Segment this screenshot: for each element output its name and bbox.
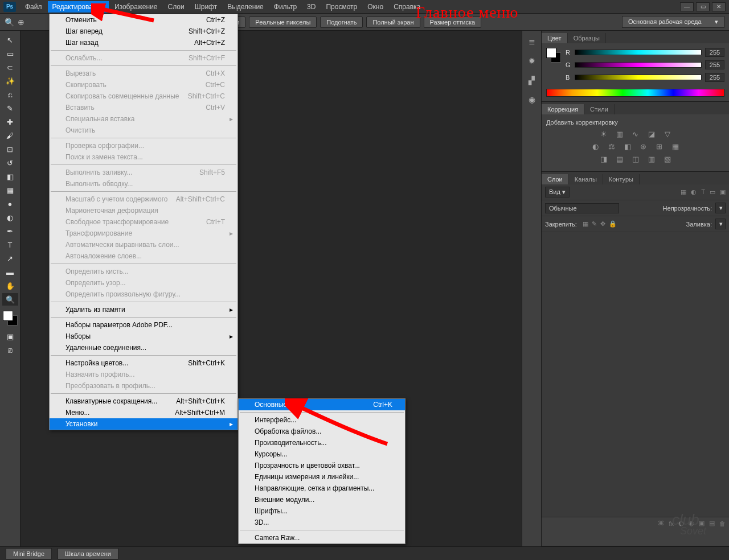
maximize-button[interactable]: ▭: [696, 2, 710, 11]
option-button[interactable]: Реальные пикселы: [249, 17, 317, 28]
screenmode-toggle[interactable]: ⎚: [2, 344, 18, 356]
minimize-button[interactable]: —: [680, 2, 694, 11]
menu-item[interactable]: Производительность...: [239, 437, 405, 448]
map-icon[interactable]: ▥: [646, 154, 657, 163]
menu-окно[interactable]: Окно: [363, 1, 388, 13]
tab-swatches[interactable]: Образцы: [568, 33, 606, 43]
marquee-tool[interactable]: ▭: [2, 47, 18, 60]
menu-item[interactable]: Клавиатурные сокращения...Alt+Shift+Ctrl…: [50, 396, 237, 407]
menu-item[interactable]: ОтменитьCtrl+Z: [50, 14, 237, 26]
green-value[interactable]: 255: [705, 60, 724, 69]
menu-шрифт[interactable]: Шрифт: [190, 1, 222, 13]
vibrance-icon[interactable]: ▽: [662, 129, 673, 138]
gradient-tool[interactable]: ▦: [2, 184, 18, 196]
tab-color[interactable]: Цвет: [542, 33, 568, 43]
history-brush-tool[interactable]: ↺: [2, 157, 18, 169]
type-tool[interactable]: T: [2, 238, 18, 251]
curves-icon[interactable]: ∿: [630, 129, 641, 138]
timeline-tab[interactable]: Шкала времени: [58, 548, 118, 559]
blur-tool[interactable]: ●: [2, 197, 18, 210]
bw-icon[interactable]: ◧: [622, 142, 633, 151]
shape-tool[interactable]: ▬: [2, 266, 18, 278]
blend-mode-dropdown[interactable]: Обычные: [545, 203, 619, 213]
dodge-tool[interactable]: ◐: [2, 211, 18, 224]
exposure-icon[interactable]: ◪: [646, 129, 657, 138]
quickmask-toggle[interactable]: ▣: [2, 330, 18, 343]
filter-adjust-icon[interactable]: ◐: [691, 188, 697, 196]
new-layer-icon[interactable]: ▤: [709, 520, 715, 527]
hue-icon[interactable]: ◐: [591, 142, 601, 151]
heal-tool[interactable]: ✚: [2, 116, 18, 128]
new-fill-icon[interactable]: ◉: [689, 520, 694, 527]
menu-item[interactable]: Camera Raw...: [239, 532, 405, 543]
menu-item[interactable]: 3D...: [239, 517, 405, 528]
eyedropper-tool[interactable]: ✎: [2, 102, 18, 114]
menu-item[interactable]: Направляющие, сетка и фрагменты...: [239, 483, 405, 494]
threshold-icon[interactable]: ◫: [630, 154, 641, 163]
lasso-tool[interactable]: ⊂: [2, 61, 18, 73]
delete-layer-icon[interactable]: 🗑: [719, 520, 726, 527]
menu-item[interactable]: Установки▸: [50, 418, 237, 430]
menu-item[interactable]: Наборы▸: [50, 331, 237, 342]
menu-слои[interactable]: Слои: [163, 1, 189, 13]
menu-файл[interactable]: Файл: [21, 1, 47, 13]
blue-value[interactable]: 255: [705, 73, 724, 82]
photo-filter-icon[interactable]: ⊛: [638, 142, 649, 151]
tab-adjustments[interactable]: Коррекция: [542, 104, 584, 114]
menu-item[interactable]: Прозрачность и цветовой охват...: [239, 460, 405, 471]
filter-pixel-icon[interactable]: ▦: [681, 188, 686, 196]
hand-tool[interactable]: ✋: [2, 279, 18, 292]
green-slider[interactable]: [575, 62, 702, 68]
menu-редактирование[interactable]: Редактирование: [48, 1, 109, 13]
menu-item[interactable]: Шрифты...: [239, 505, 405, 517]
layer-kind-filter[interactable]: Вид ▾: [545, 187, 570, 197]
zoom-tool[interactable]: 🔍: [2, 293, 18, 306]
lock-all-icon[interactable]: 🔒: [609, 220, 617, 228]
filter-smart-icon[interactable]: ▣: [720, 188, 726, 196]
menu-справка[interactable]: Справка: [389, 1, 425, 13]
tab-channels[interactable]: Каналы: [569, 174, 603, 184]
link-layers-icon[interactable]: ⌘: [658, 520, 664, 527]
tab-paths[interactable]: Контуры: [603, 174, 640, 184]
menu-item[interactable]: Удаленные соединения...: [50, 342, 237, 353]
option-button[interactable]: Подогнать: [320, 17, 363, 28]
menu-item[interactable]: Внешние модули...: [239, 494, 405, 505]
menu-item[interactable]: Курсоры...: [239, 448, 405, 460]
menu-item[interactable]: Единицы измерения и линейки...: [239, 471, 405, 483]
crop-tool[interactable]: ⎌: [2, 88, 18, 101]
filter-type-icon[interactable]: T: [701, 188, 705, 196]
menu-выделение[interactable]: Выделение: [223, 1, 268, 13]
menu-3d[interactable]: 3D: [302, 1, 320, 13]
color-swatch[interactable]: [3, 311, 18, 326]
zoom-tool-icon[interactable]: 🔍: [5, 18, 14, 27]
posterize-icon[interactable]: ▤: [615, 154, 625, 163]
move-tool[interactable]: ↖: [2, 34, 18, 46]
fill-value[interactable]: ▾: [715, 219, 726, 229]
invert-icon[interactable]: ◨: [599, 154, 609, 163]
panel-color-swatch[interactable]: [546, 48, 561, 63]
menu-item[interactable]: Шаг впередShift+Ctrl+Z: [50, 26, 237, 37]
red-value[interactable]: 255: [705, 48, 724, 57]
menu-item[interactable]: Наборы параметров Adobe PDF...: [50, 319, 237, 331]
opacity-value[interactable]: ▾: [715, 203, 726, 213]
option-button[interactable]: Размер оттиска: [424, 17, 482, 28]
levels-icon[interactable]: ▥: [615, 129, 625, 138]
brightness-icon[interactable]: ☀: [599, 129, 609, 138]
menu-фильтр[interactable]: Фильтр: [269, 1, 301, 13]
menu-item[interactable]: Шаг назадAlt+Ctrl+Z: [50, 37, 237, 48]
workspace-dropdown[interactable]: Основная рабочая среда ▾: [622, 16, 724, 28]
path-tool[interactable]: ↗: [2, 252, 18, 265]
close-button[interactable]: ✕: [712, 2, 726, 11]
selective-icon[interactable]: ▧: [662, 154, 673, 163]
layer-mask-icon[interactable]: ◐: [678, 520, 684, 527]
lock-paint-icon[interactable]: ✎: [592, 220, 597, 228]
histogram-panel-icon[interactable]: ▞: [526, 74, 538, 87]
menu-просмотр[interactable]: Просмотр: [321, 1, 362, 13]
history-panel-icon[interactable]: ≣: [526, 35, 538, 48]
stamp-tool[interactable]: ⊡: [2, 143, 18, 155]
zoom-plus-icon[interactable]: ⊕: [18, 18, 24, 27]
blue-slider[interactable]: [575, 75, 702, 80]
tab-layers[interactable]: Слои: [542, 174, 569, 184]
balance-icon[interactable]: ⚖: [607, 142, 617, 151]
properties-panel-icon[interactable]: ◉: [526, 93, 538, 106]
